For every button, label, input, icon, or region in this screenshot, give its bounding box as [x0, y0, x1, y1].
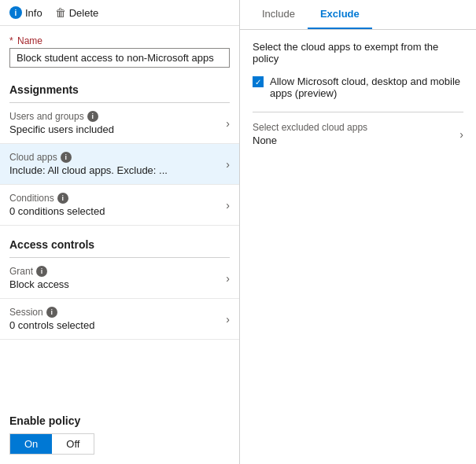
toggle-off-button[interactable]: Off	[52, 434, 94, 454]
cloud-apps-content: Cloud apps i Include: All cloud apps. Ex…	[9, 152, 168, 176]
required-marker: *	[9, 35, 13, 46]
grant-chevron: ›	[226, 272, 230, 285]
enable-policy-toggle: On Off	[9, 433, 94, 455]
cloud-apps-title: Cloud apps i	[9, 152, 168, 163]
conditions-content: Conditions i 0 conditions selected	[9, 193, 105, 217]
enable-policy-label: Enable policy	[9, 414, 230, 427]
tabs: Include Exclude	[240, 0, 476, 30]
cloud-apps-subtitle: Include: All cloud apps. Exclude: ...	[9, 164, 168, 176]
right-content: Select the cloud apps to exempt from the…	[240, 30, 476, 167]
cloud-apps-chevron: ›	[226, 158, 230, 171]
assignments-header: Assignments	[0, 74, 239, 102]
session-info-icon: i	[46, 307, 57, 318]
excluded-apps-content: Select excluded cloud apps None	[253, 122, 367, 146]
grant-subtitle: Block access	[9, 278, 69, 290]
checkmark-icon: ✓	[255, 78, 261, 87]
users-groups-subtitle: Specific users included	[9, 123, 114, 135]
conditions-subtitle: 0 conditions selected	[9, 205, 105, 217]
users-groups-item[interactable]: Users and groups i Specific users includ…	[0, 103, 239, 144]
checkbox-row: ✓ Allow Microsoft cloud, desktop and mob…	[253, 75, 463, 99]
info-label: Info	[25, 7, 42, 19]
grant-item[interactable]: Grant i Block access ›	[0, 258, 239, 299]
session-subtitle: 0 controls selected	[9, 319, 94, 331]
toggle-on-button[interactable]: On	[10, 434, 52, 454]
users-groups-chevron: ›	[226, 117, 230, 130]
name-section: * Name	[0, 26, 239, 74]
conditions-title: Conditions i	[9, 193, 105, 204]
name-label: Name	[17, 35, 42, 46]
tab-include[interactable]: Include	[249, 0, 308, 29]
excluded-apps-chevron: ›	[459, 128, 463, 141]
exempt-description: Select the cloud apps to exempt from the…	[253, 41, 463, 64]
delete-button[interactable]: 🗑 Delete	[55, 6, 99, 19]
session-item[interactable]: Session i 0 controls selected ›	[0, 299, 239, 340]
session-title: Session i	[9, 307, 94, 318]
grant-title: Grant i	[9, 266, 69, 277]
name-required-label: * Name	[9, 35, 230, 46]
info-icon: i	[9, 6, 22, 19]
allow-apps-checkbox[interactable]: ✓	[253, 76, 264, 87]
delete-label: Delete	[69, 7, 99, 19]
excluded-apps-item[interactable]: Select excluded cloud apps None ›	[253, 112, 463, 156]
session-chevron: ›	[226, 313, 230, 326]
info-button[interactable]: i Info	[9, 6, 42, 19]
excluded-apps-value: None	[253, 134, 367, 146]
access-controls-header: Access controls	[0, 226, 239, 257]
tab-exclude[interactable]: Exclude	[308, 0, 372, 29]
users-info-icon: i	[87, 111, 98, 122]
trash-icon: 🗑	[55, 6, 66, 19]
conditions-info-icon: i	[57, 193, 68, 204]
cloud-apps-item[interactable]: Cloud apps i Include: All cloud apps. Ex…	[0, 144, 239, 185]
enable-policy-section: Enable policy On Off	[0, 405, 239, 464]
allow-apps-label: Allow Microsoft cloud, desktop and mobil…	[270, 75, 463, 99]
top-bar: i Info 🗑 Delete	[0, 0, 239, 26]
conditions-chevron: ›	[226, 199, 230, 212]
cloud-info-icon: i	[61, 152, 72, 163]
grant-info-icon: i	[36, 266, 47, 277]
excluded-apps-title: Select excluded cloud apps	[253, 122, 367, 133]
users-groups-content: Users and groups i Specific users includ…	[9, 111, 114, 135]
grant-content: Grant i Block access	[9, 266, 69, 290]
users-groups-title: Users and groups i	[9, 111, 114, 122]
left-panel: i Info 🗑 Delete * Name Assignments Users…	[0, 0, 240, 464]
right-panel: Include Exclude Select the cloud apps to…	[240, 0, 476, 464]
session-content: Session i 0 controls selected	[9, 307, 94, 331]
conditions-item[interactable]: Conditions i 0 conditions selected ›	[0, 185, 239, 226]
name-input[interactable]	[9, 48, 230, 68]
